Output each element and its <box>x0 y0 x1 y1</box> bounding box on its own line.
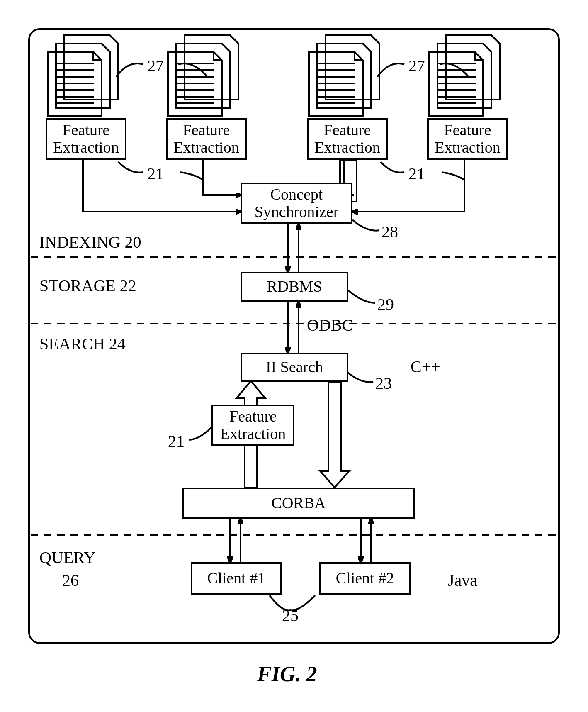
ii-search: II Search <box>241 353 348 382</box>
figure-caption: FIG. 2 <box>257 662 317 686</box>
section-storage-label: STORAGE 22 <box>39 276 136 295</box>
java-label: Java <box>448 571 477 590</box>
ref-23: 23 <box>375 373 392 393</box>
odbc-label: ODBC <box>307 315 353 335</box>
client-1: Client #1 <box>191 562 282 595</box>
feature-extraction-2: Feature Extraction <box>166 118 247 160</box>
svg-marker-33 <box>320 382 349 488</box>
ref-27-b: 27 <box>408 56 425 76</box>
client-2: Client #2 <box>319 562 411 595</box>
section-query-label: QUERY <box>39 548 96 567</box>
ref-27-a: 27 <box>147 56 164 76</box>
corba: CORBA <box>182 488 415 519</box>
ref-28: 28 <box>381 222 398 241</box>
feature-extraction-3: Feature Extraction <box>307 118 388 160</box>
ref-25: 25 <box>282 606 299 625</box>
cpp-label: C++ <box>411 357 440 376</box>
ref-29: 29 <box>377 295 394 314</box>
section-query-num: 26 <box>62 571 79 590</box>
ref-21-b: 21 <box>408 164 425 183</box>
concept-synchronizer: Concept Synchronizer <box>241 183 352 224</box>
feature-extraction-4: Feature Extraction <box>427 118 508 160</box>
feature-extraction-1: Feature Extraction <box>46 118 126 160</box>
ref-21-a: 21 <box>147 164 164 183</box>
section-search-label: SEARCH 24 <box>39 334 126 354</box>
feature-extraction-search: Feature Extraction <box>211 405 294 446</box>
rdbms: RDBMS <box>241 272 348 302</box>
ref-21-c: 21 <box>168 432 185 451</box>
section-indexing-label: INDEXING 20 <box>39 232 141 252</box>
